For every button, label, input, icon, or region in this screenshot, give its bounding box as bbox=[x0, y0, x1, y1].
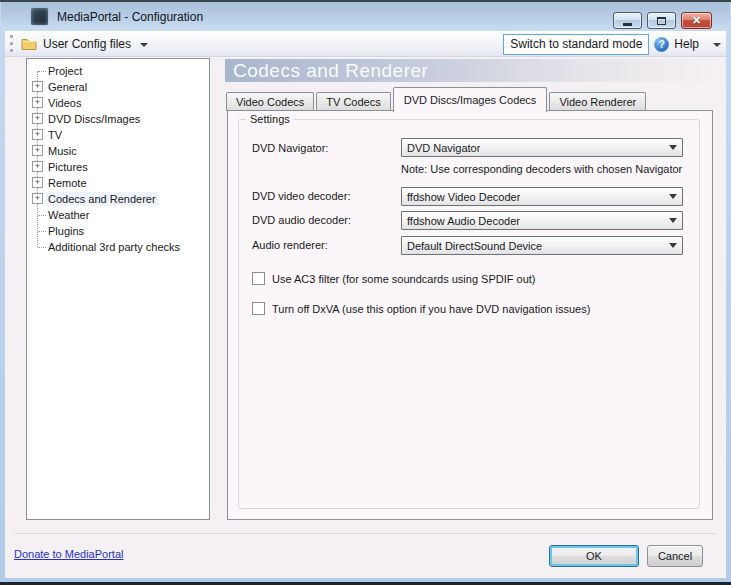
tree-item-videos[interactable]: Videos bbox=[27, 95, 209, 111]
expand-plus-icon[interactable] bbox=[32, 81, 43, 92]
dvd-navigator-value: DVD Navigator bbox=[407, 142, 480, 154]
tree-item-plugins[interactable]: Plugins bbox=[27, 223, 209, 239]
close-button[interactable]: × bbox=[681, 12, 712, 29]
mediaportal-app-icon bbox=[31, 8, 48, 25]
dvd-video-decoder-value: ffdshow Video Decoder bbox=[407, 191, 520, 203]
toolbar: User Config files Switch to standard mod… bbox=[5, 31, 726, 57]
minimize-button[interactable] bbox=[613, 12, 642, 29]
tree-item-general[interactable]: General bbox=[27, 79, 209, 95]
titlebar[interactable]: MediaPortal - Configuration × bbox=[1, 2, 730, 31]
dvd-codecs-tab-page: Settings DVD Navigator: DVD Navigator No… bbox=[227, 110, 713, 520]
expand-plus-icon[interactable] bbox=[32, 161, 43, 172]
dvd-video-decoder-select[interactable]: ffdshow Video Decoder bbox=[401, 187, 683, 206]
footer-divider bbox=[15, 533, 716, 534]
tree-item-project[interactable]: Project bbox=[27, 63, 209, 79]
audio-renderer-label: Audio renderer: bbox=[252, 239, 328, 251]
use-ac3-filter-checkbox[interactable] bbox=[252, 272, 265, 285]
tab-video-codecs[interactable]: Video Codecs bbox=[226, 92, 314, 111]
dvd-video-decoder-label: DVD video decoder: bbox=[252, 190, 350, 202]
close-icon: × bbox=[692, 13, 700, 28]
navigator-note: Note: Use corresponding decoders with ch… bbox=[401, 163, 682, 175]
tab-video-renderer[interactable]: Video Renderer bbox=[549, 92, 646, 111]
expand-plus-icon[interactable] bbox=[32, 113, 43, 124]
chevron-down-icon[interactable] bbox=[713, 43, 721, 47]
tree-item-music[interactable]: Music bbox=[27, 143, 209, 159]
dvd-audio-decoder-label: DVD audio decoder: bbox=[252, 214, 351, 226]
dvd-audio-decoder-select[interactable]: ffdshow Audio Decoder bbox=[401, 211, 683, 230]
switch-to-standard-mode-button[interactable]: Switch to standard mode bbox=[503, 34, 649, 55]
user-config-files-button[interactable]: User Config files bbox=[43, 37, 131, 51]
minimize-icon bbox=[623, 23, 632, 26]
folder-icon bbox=[21, 37, 37, 50]
cancel-button[interactable]: Cancel bbox=[647, 545, 703, 567]
audio-renderer-value: Default DirectSound Device bbox=[407, 240, 542, 252]
tree-item-dvd-discs-images[interactable]: DVD Discs/Images bbox=[27, 111, 209, 127]
toolbar-grip-handle[interactable] bbox=[10, 35, 13, 52]
client-area: User Config files Switch to standard mod… bbox=[5, 31, 726, 578]
tree-item-pictures[interactable]: Pictures bbox=[27, 159, 209, 175]
chevron-down-icon[interactable] bbox=[140, 43, 148, 47]
tree-item-codecs-and-renderer[interactable]: Codecs and Renderer bbox=[27, 191, 209, 207]
dvd-navigator-select[interactable]: DVD Navigator bbox=[401, 138, 683, 157]
help-button[interactable]: Help bbox=[674, 37, 699, 51]
turn-off-dxva-label: Turn off DxVA (use this option if you ha… bbox=[272, 303, 590, 315]
codec-tabs: Video Codecs TV Codecs DVD Discs/Images … bbox=[226, 87, 648, 111]
dvd-navigator-label: DVD Navigator: bbox=[252, 142, 328, 154]
maximize-button[interactable] bbox=[647, 12, 676, 29]
help-icon: ? bbox=[654, 37, 669, 52]
page-title: Codecs and Renderer bbox=[225, 59, 713, 82]
expand-plus-icon[interactable] bbox=[32, 97, 43, 108]
maximize-icon bbox=[657, 17, 666, 25]
tree-item-additional-3rd-party-checks[interactable]: Additional 3rd party checks bbox=[27, 239, 209, 255]
use-ac3-filter-label: Use AC3 filter (for some soundcards usin… bbox=[272, 273, 536, 285]
donate-link[interactable]: Donate to MediaPortal bbox=[14, 548, 123, 560]
chevron-down-icon bbox=[669, 145, 677, 150]
tab-dvd-discs-images-codecs[interactable]: DVD Discs/Images Codecs bbox=[393, 87, 548, 112]
expand-plus-icon[interactable] bbox=[32, 129, 43, 140]
chevron-down-icon bbox=[669, 194, 677, 199]
chevron-down-icon bbox=[669, 243, 677, 248]
dvd-audio-decoder-value: ffdshow Audio Decoder bbox=[407, 215, 520, 227]
expand-plus-icon[interactable] bbox=[32, 193, 43, 204]
expand-plus-icon[interactable] bbox=[32, 177, 43, 188]
expand-plus-icon[interactable] bbox=[32, 145, 43, 156]
tab-tv-codecs[interactable]: TV Codecs bbox=[316, 92, 390, 111]
window-title: MediaPortal - Configuration bbox=[57, 10, 203, 24]
tree-item-remote[interactable]: Remote bbox=[27, 175, 209, 191]
tree-item-weather[interactable]: Weather bbox=[27, 207, 209, 223]
turn-off-dxva-checkbox[interactable] bbox=[252, 302, 265, 315]
audio-renderer-select[interactable]: Default DirectSound Device bbox=[401, 236, 683, 255]
chevron-down-icon bbox=[669, 218, 677, 223]
tree-item-tv[interactable]: TV bbox=[27, 127, 209, 143]
app-window: MediaPortal - Configuration × User Confi… bbox=[0, 0, 731, 585]
settings-group-label: Settings bbox=[246, 113, 294, 125]
ok-button[interactable]: OK bbox=[549, 545, 639, 567]
settings-tree: Project General Videos DVD Discs/Images … bbox=[26, 58, 210, 520]
